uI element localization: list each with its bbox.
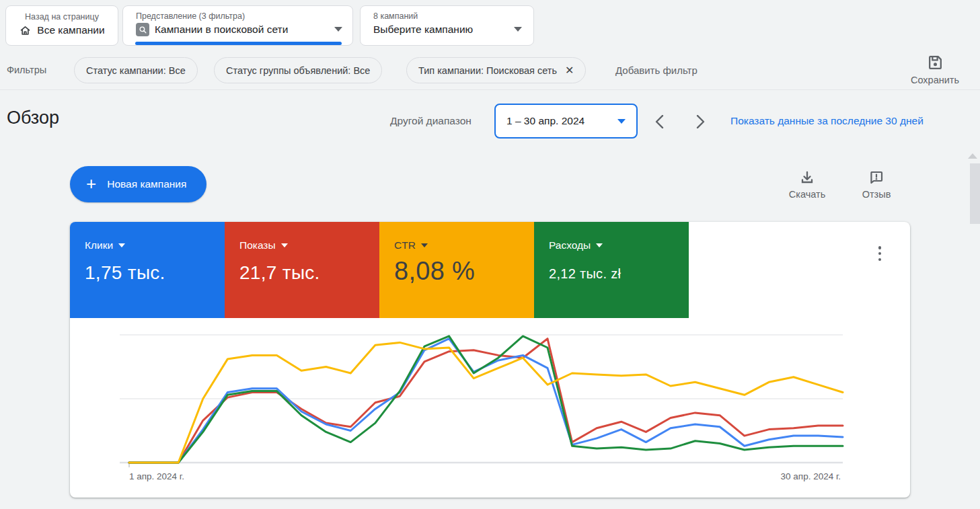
previous-range-button[interactable]: [649, 112, 669, 132]
chart-options-kebab-icon[interactable]: [874, 245, 886, 262]
back-label: Назад на страницу: [6, 12, 118, 22]
remove-filter-icon[interactable]: ✕: [565, 64, 574, 77]
x-axis-label-end: 30 апр. 2024 г.: [781, 471, 841, 481]
scorecard-value: 8,08 %: [394, 257, 521, 286]
scorecard-clicks[interactable]: Клики 1,75 тыс.: [70, 222, 225, 318]
scorecard-cost[interactable]: Расходы 2,12 тыс. zł: [534, 222, 689, 318]
search-view-icon: [136, 23, 149, 36]
view-selector[interactable]: Представление (3 фильтра) Кампании в пои…: [122, 5, 353, 46]
date-range-value: 1 – 30 апр. 2024: [506, 115, 585, 127]
scorecard-label: Расходы: [549, 239, 591, 251]
section-divider: [0, 89, 980, 90]
save-label: Сохранить: [907, 75, 963, 85]
scorecard-value: 21,7 тыс.: [239, 262, 366, 284]
filter-chip-adgroup-status[interactable]: Статус группы объявлений: Все: [214, 57, 382, 83]
scorecard-label: Клики: [85, 239, 113, 251]
view-label: Представление (3 фильтра): [136, 11, 352, 21]
chevron-down-icon: [421, 243, 428, 247]
campaign-selector[interactable]: 8 кампаний Выберите кампанию: [360, 5, 534, 46]
plus-icon: +: [86, 175, 96, 192]
save-icon: [927, 54, 944, 71]
add-filter-button[interactable]: Добавить фильтр: [615, 65, 698, 76]
scorecard-ctr[interactable]: CTR 8,08 %: [379, 222, 534, 318]
custom-range-label: Другой диапазон: [390, 115, 472, 127]
filter-chip-label: Статус кампании: Все: [86, 65, 186, 76]
home-icon: [19, 24, 32, 37]
scorecard-value: 2,12 тыс. zł: [549, 266, 675, 282]
filter-chip-label: Статус группы объявлений: Все: [226, 65, 370, 76]
overview-chart: 1 апр. 2024 г. 30 апр. 2024 г.: [70, 318, 910, 498]
chevron-down-icon: [281, 243, 288, 247]
series-line-CTR: [129, 342, 843, 463]
back-value: Все кампании: [37, 24, 104, 37]
page-title: Обзор: [7, 108, 59, 128]
download-icon: [799, 169, 815, 186]
campaign-count-label: 8 кампаний: [373, 11, 533, 21]
feedback-button[interactable]: Отзыв: [851, 169, 902, 200]
view-value: Кампании в поисковой сети: [155, 23, 288, 36]
save-button[interactable]: Сохранить: [907, 54, 963, 85]
chevron-down-icon: [118, 243, 125, 247]
scrollbar-thumb[interactable]: [970, 163, 980, 224]
new-campaign-label: Новая кампания: [107, 178, 186, 190]
filters-title: Фильтры: [7, 65, 46, 75]
overview-chart-card: Клики 1,75 тыс. Показы 21,7 тыс. CTR 8,0…: [70, 222, 910, 498]
filter-chip-campaign-type[interactable]: Тип кампании: Поисковая сеть ✕: [406, 57, 586, 83]
download-label: Скачать: [789, 189, 825, 200]
chevron-down-icon: [514, 27, 522, 32]
scorecard-label: Показы: [239, 239, 276, 251]
active-view-indicator: [135, 42, 342, 45]
show-last-30-days-link[interactable]: Показать данные за последние 30 дней: [730, 115, 924, 127]
next-range-button[interactable]: [690, 112, 710, 132]
metric-tabs: Клики 1,75 тыс. Показы 21,7 тыс. CTR 8,0…: [70, 222, 910, 318]
series-line-Расходы: [129, 336, 843, 463]
chevron-down-icon: [617, 119, 626, 124]
chart-series: [129, 336, 843, 463]
chevron-down-icon: [596, 243, 603, 247]
download-button[interactable]: Скачать: [782, 169, 833, 200]
x-axis-label-start: 1 апр. 2024 г.: [129, 471, 184, 481]
chevron-down-icon: [334, 27, 342, 32]
feedback-label: Отзыв: [862, 189, 891, 200]
filter-chip-campaign-status[interactable]: Статус кампании: Все: [74, 57, 198, 83]
scrollbar-up-icon[interactable]: [968, 153, 977, 159]
date-range-picker[interactable]: 1 – 30 апр. 2024: [494, 104, 638, 139]
filter-chip-label: Тип кампании: Поисковая сеть: [418, 65, 557, 76]
scorecard-value: 1,75 тыс.: [85, 262, 211, 284]
feedback-icon: [868, 169, 884, 186]
scorecard-label: CTR: [394, 239, 416, 251]
scorecard-impressions[interactable]: Показы 21,7 тыс.: [225, 222, 379, 318]
new-campaign-button[interactable]: + Новая кампания: [70, 166, 206, 202]
campaign-value: Выберите кампанию: [373, 23, 533, 36]
back-to-all-campaigns-button[interactable]: Назад на страницу Все кампании: [5, 5, 118, 46]
